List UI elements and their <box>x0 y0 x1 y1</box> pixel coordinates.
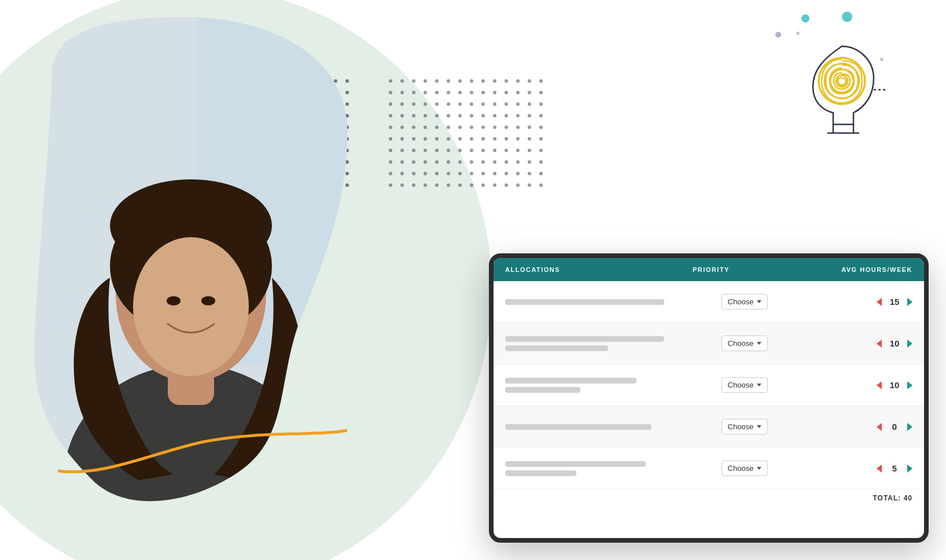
svg-point-192 <box>539 160 543 164</box>
priority-cell-1[interactable]: Choose <box>693 294 797 310</box>
svg-point-169 <box>435 149 439 152</box>
svg-point-201 <box>481 172 485 175</box>
svg-point-123 <box>389 114 392 117</box>
svg-point-98 <box>424 91 427 94</box>
svg-point-137 <box>389 126 392 129</box>
decrement-btn-5[interactable] <box>877 465 882 473</box>
table-row: Choose 15 <box>494 281 924 323</box>
row-bar-5b <box>505 470 576 476</box>
svg-point-183 <box>435 160 439 164</box>
svg-point-171 <box>458 149 462 152</box>
choose-dropdown-1[interactable]: Choose <box>722 294 768 310</box>
row-content-5 <box>505 461 693 476</box>
svg-point-99 <box>435 91 439 94</box>
svg-point-100 <box>447 91 450 94</box>
increment-btn-4[interactable] <box>907 423 912 431</box>
svg-point-187 <box>481 160 485 164</box>
svg-point-91 <box>505 79 508 83</box>
svg-point-118 <box>493 102 496 106</box>
svg-point-111 <box>412 102 415 106</box>
priority-cell-3[interactable]: Choose <box>693 377 797 393</box>
svg-point-146 <box>493 126 496 129</box>
svg-point-208 <box>400 183 404 187</box>
svg-point-215 <box>481 183 485 187</box>
decrement-btn-3[interactable] <box>877 381 882 389</box>
choose-dropdown-4[interactable]: Choose <box>722 419 768 434</box>
row-bar-2a <box>505 336 664 342</box>
svg-point-151 <box>389 137 392 141</box>
svg-point-206 <box>539 172 543 175</box>
svg-point-198 <box>447 172 450 175</box>
svg-point-92 <box>516 79 520 83</box>
table-row: Choose 10 <box>494 364 924 406</box>
svg-point-101 <box>458 91 462 94</box>
hours-cell-2: 10 <box>797 338 912 348</box>
priority-cell-2[interactable]: Choose <box>693 336 797 351</box>
svg-point-184 <box>447 160 450 164</box>
svg-point-186 <box>470 160 473 164</box>
svg-point-138 <box>400 126 404 129</box>
svg-point-110 <box>400 102 404 106</box>
svg-point-120 <box>516 102 520 106</box>
svg-point-182 <box>424 160 427 164</box>
svg-point-191 <box>528 160 531 164</box>
total-label: TOTAL: 40 <box>873 494 912 502</box>
svg-point-132 <box>493 114 496 117</box>
svg-point-95 <box>389 91 392 94</box>
svg-point-237 <box>133 237 249 376</box>
svg-point-239 <box>201 296 215 305</box>
svg-point-207 <box>389 183 392 187</box>
table-header: ALLOCATIONS PRIORITY AVG HOURS/WEEK <box>494 258 924 281</box>
priority-cell-5[interactable]: Choose <box>693 460 797 476</box>
svg-point-116 <box>470 102 473 106</box>
increment-btn-5[interactable] <box>907 465 912 473</box>
svg-point-213 <box>458 183 462 187</box>
svg-point-107 <box>528 91 531 94</box>
svg-point-220 <box>539 183 543 187</box>
svg-point-217 <box>505 183 508 187</box>
svg-point-106 <box>516 91 520 94</box>
svg-point-109 <box>389 102 392 106</box>
choose-dropdown-5[interactable]: Choose <box>722 460 768 476</box>
increment-btn-3[interactable] <box>907 381 912 389</box>
svg-point-129 <box>458 114 462 117</box>
svg-point-115 <box>458 102 462 106</box>
svg-point-121 <box>528 102 531 106</box>
decrement-btn-4[interactable] <box>877 423 882 431</box>
choose-dropdown-2[interactable]: Choose <box>722 336 768 351</box>
svg-point-144 <box>470 126 473 129</box>
svg-point-216 <box>493 183 496 187</box>
svg-point-160 <box>493 137 496 141</box>
increment-btn-2[interactable] <box>907 340 912 348</box>
priority-cell-4[interactable]: Choose <box>693 419 797 434</box>
svg-point-81 <box>389 79 392 83</box>
svg-point-139 <box>412 126 415 129</box>
decrement-btn-2[interactable] <box>877 340 882 348</box>
row-content-1 <box>505 299 693 305</box>
svg-point-93 <box>528 79 531 83</box>
svg-point-161 <box>505 137 508 141</box>
decrement-btn-1[interactable] <box>877 298 882 306</box>
dot-pattern-right <box>385 75 547 193</box>
choose-label-5: Choose <box>728 464 754 473</box>
svg-point-185 <box>458 160 462 164</box>
svg-point-85 <box>435 79 439 83</box>
increment-btn-1[interactable] <box>907 298 912 306</box>
svg-point-148 <box>516 126 520 129</box>
svg-point-112 <box>424 102 427 106</box>
svg-point-124 <box>400 114 404 117</box>
svg-point-195 <box>412 172 415 175</box>
choose-label-4: Choose <box>728 422 754 431</box>
svg-point-162 <box>516 137 520 141</box>
choose-dropdown-3[interactable]: Choose <box>722 377 768 393</box>
choose-label-3: Choose <box>728 381 754 389</box>
svg-point-181 <box>412 160 415 164</box>
svg-point-133 <box>505 114 508 117</box>
svg-point-131 <box>481 114 485 117</box>
svg-point-174 <box>493 149 496 152</box>
svg-point-212 <box>447 183 450 187</box>
svg-point-163 <box>528 137 531 141</box>
hours-value-2: 10 <box>886 338 903 348</box>
svg-point-84 <box>424 79 427 83</box>
svg-point-114 <box>447 102 450 106</box>
